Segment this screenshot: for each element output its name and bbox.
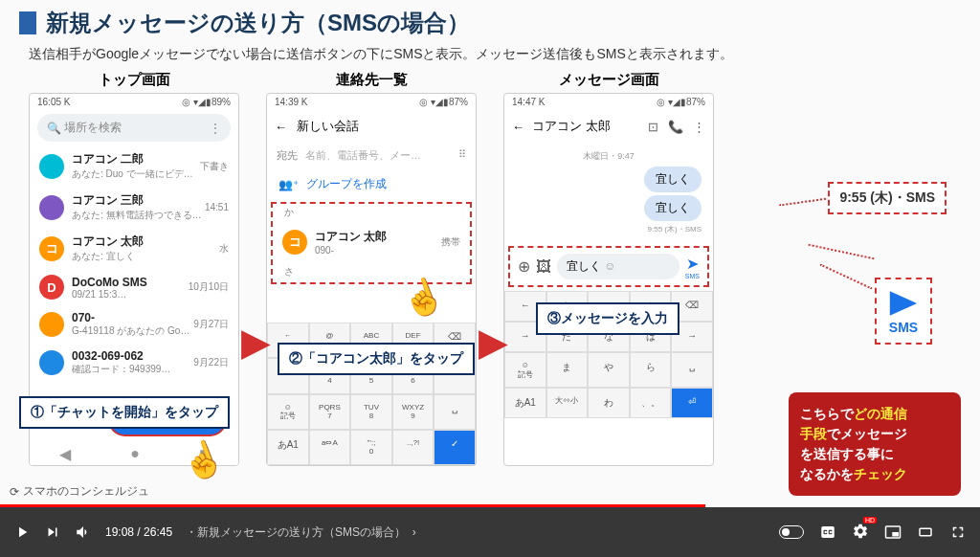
address-input[interactable]: 宛先 名前、電話番号、メー… ⠿: [267, 143, 476, 168]
video-player-controls: 19:08 / 26:45 ・新規メッセージの送り方（SMSの場合） › HD: [0, 507, 980, 557]
miniplayer-icon[interactable]: [884, 524, 902, 541]
captions-icon[interactable]: [819, 524, 836, 541]
search-input[interactable]: 🔍 場所を検索 ⋮: [37, 114, 231, 142]
play-icon[interactable]: [13, 524, 31, 541]
send-icon[interactable]: ➤: [685, 255, 700, 273]
title-mark: [19, 11, 36, 34]
contact-item[interactable]: コ コアコン 太郎090- 携帯: [273, 221, 470, 263]
phone-2: 14:39 K ◎ ▾◢▮87% ← 新しい会話 宛先 名前、電話番号、メー… …: [266, 93, 477, 466]
status-bar: 16:05 K ◎ ▾◢▮89%: [30, 94, 238, 110]
subtitle: 送信相手がGoogleメッセージでない場合に送信ボタンの下にSMSと表示。メッセ…: [0, 46, 980, 71]
brand-logo: ⟳スマホのコンシェルジュ: [10, 483, 149, 500]
status-bar: 14:39 K ◎ ▾◢▮87%: [267, 94, 476, 110]
arrow-icon: ▶: [479, 320, 508, 364]
conversation-item[interactable]: コアコン 三郎あなた: 無料電話持つできる…14:51: [30, 187, 238, 228]
settings-icon[interactable]: HD: [852, 523, 869, 543]
message-area: 木曜日・9:47 宜しく 宜しく 9:55 (木)・SMS: [504, 143, 713, 242]
video-icon[interactable]: ⊡: [648, 120, 658, 134]
message-bubble: 宜しく: [644, 167, 702, 192]
contact-header: ← 新しい会話: [267, 110, 476, 143]
conversation-item[interactable]: 0032-069-062確認コード：949399…9月22日: [30, 344, 238, 382]
chapter-title[interactable]: ・新規メッセージの送り方（SMSの場合） ›: [186, 524, 416, 541]
back-icon[interactable]: ←: [275, 120, 287, 134]
time-display: 19:08 / 26:45: [105, 525, 172, 539]
group-icon: 👥⁺: [278, 178, 299, 191]
phone-3: 14:47 K ◎ ▾◢▮87% ← コアコン 太郎 ⊡📞⋮ 木曜日・9:47 …: [503, 93, 714, 466]
page-title: 新規メッセージの送り方（SMSの場合）: [46, 8, 470, 38]
conversation-item[interactable]: ココアコン 太郎あなた: 宜しく水: [30, 228, 238, 269]
callout-step2: ②「コアコン太郎」をタップ: [278, 343, 475, 375]
next-icon[interactable]: [44, 524, 61, 541]
status-bar: 14:47 K ◎ ▾◢▮87%: [504, 94, 713, 110]
callout-step3: ③メッセージを入力: [536, 302, 679, 335]
search-icon: 🔍: [47, 122, 61, 135]
conversation-item[interactable]: DDoCoMo SMS09/21 15:3…10月10日: [30, 269, 238, 305]
autoplay-toggle[interactable]: [779, 525, 804, 539]
message-bubble: 宜しく: [644, 195, 702, 221]
call-icon[interactable]: 📞: [668, 120, 683, 134]
dialpad-icon[interactable]: ⠿: [458, 148, 466, 163]
message-input[interactable]: 宜しく ☺: [557, 254, 679, 279]
message-header: ← コアコン 太郎 ⊡📞⋮: [504, 110, 713, 143]
message-time: 9:55 (木)・SMS: [516, 224, 702, 234]
panel-contacts: 連絡先一覧 14:39 K ◎ ▾◢▮87% ← 新しい会話 宛先 名前、電話番…: [266, 71, 477, 466]
conversation-item[interactable]: 070-G-419118 があなたの Goo…9月27日: [30, 305, 238, 344]
theater-icon[interactable]: [917, 524, 934, 541]
arrow-icon: ▶: [241, 320, 271, 364]
back-icon[interactable]: ←: [512, 120, 524, 134]
title-bar: 新規メッセージの送り方（SMSの場合）: [0, 0, 980, 46]
message-input-row: ⊕ 🖼 宜しく ☺ ➤ SMS: [508, 246, 709, 287]
sms-label: SMS: [685, 273, 700, 279]
callout-step1: ①「チャットを開始」をタップ: [19, 396, 230, 429]
avatar: コ: [282, 230, 307, 255]
more-icon[interactable]: ⋮: [693, 120, 705, 134]
panel-message: メッセージ画面 14:47 K ◎ ▾◢▮87% ← コアコン 太郎 ⊡📞⋮ 木…: [503, 71, 714, 466]
add-icon[interactable]: ⊕: [518, 257, 530, 276]
info-box: こちらでどの通信 手段でメッセージ を送信する事に なるかをチェック: [789, 392, 961, 496]
sms-icon-callout: SMS: [875, 278, 932, 345]
callout-time: 9:55 (木)・SMS: [828, 182, 947, 214]
volume-icon[interactable]: [75, 524, 92, 541]
create-group[interactable]: 👥⁺グループを作成: [267, 168, 476, 200]
panel-title: メッセージ画面: [503, 71, 714, 89]
panel-title: 連絡先一覧: [266, 71, 477, 89]
more-icon[interactable]: ⋮: [210, 122, 221, 135]
conversation-item[interactable]: コアコン 二郎あなた: Duo で一緒にビデ…下書き: [30, 145, 238, 187]
panel-title: トップ画面: [29, 71, 239, 89]
image-icon[interactable]: 🖼: [536, 258, 551, 276]
fullscreen-icon[interactable]: [949, 524, 967, 541]
